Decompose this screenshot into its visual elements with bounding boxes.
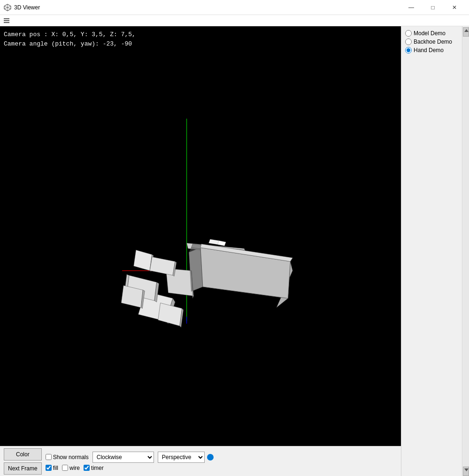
model-demo-label: Model Demo (414, 30, 446, 37)
fill-checkbox-item[interactable]: fill (46, 465, 58, 471)
app-icon (4, 4, 11, 11)
fill-label: fill (53, 465, 58, 471)
svg-marker-30 (150, 257, 175, 275)
svg-rect-5 (4, 20, 9, 21)
show-normals-checkbox-item[interactable]: Show normals (46, 454, 89, 461)
scrollbar-down-arrow[interactable] (463, 467, 469, 476)
controls-right: Show normals Clockwise Counter-Clockwise… (46, 452, 212, 471)
wire-checkbox[interactable] (62, 465, 68, 471)
scrollbar-area (462, 26, 469, 476)
backhoe-demo-label: Backhoe Demo (414, 38, 452, 45)
wire-label: wire (69, 465, 80, 471)
svg-marker-25 (217, 241, 226, 246)
title-bar-controls: — □ ✕ (400, 0, 465, 15)
model-demo-radio[interactable] (405, 30, 412, 37)
svg-marker-23 (158, 303, 182, 326)
slider-thumb[interactable] (207, 454, 214, 461)
window-title: 3D Viewer (14, 4, 40, 11)
maximize-button[interactable]: □ (422, 0, 444, 15)
backhoe-demo-radio[interactable] (405, 38, 412, 45)
menu-bar (0, 15, 469, 26)
minimize-button[interactable]: — (400, 0, 422, 15)
clockwise-select[interactable]: Clockwise Counter-Clockwise (92, 452, 154, 463)
hand-demo-radio[interactable] (405, 47, 412, 54)
title-bar-left: 3D Viewer (4, 4, 40, 11)
scrollbar-track (463, 37, 469, 467)
timer-checkbox-item[interactable]: timer (84, 465, 104, 471)
timer-label: timer (91, 465, 104, 471)
svg-rect-4 (4, 18, 9, 19)
svg-marker-34 (209, 239, 219, 245)
wire-checkbox-item[interactable]: wire (62, 465, 80, 471)
timer-checkbox[interactable] (84, 465, 90, 471)
main-content: Camera pos : X: 0,5, Y: 3,5, Z: 7,5, Cam… (0, 26, 469, 476)
radio-hand-demo[interactable]: Hand Demo (405, 47, 458, 54)
perspective-select[interactable]: Perspective Orthographic (158, 452, 205, 463)
fill-checkbox[interactable] (46, 465, 52, 471)
viewport[interactable]: Camera pos : X: 0,5, Y: 3,5, Z: 7,5, Cam… (0, 26, 401, 446)
svg-marker-36 (464, 468, 469, 471)
top-controls-row: Show normals Clockwise Counter-Clockwise… (46, 452, 212, 463)
sidebar: Model Demo Backhoe Demo Hand Demo (401, 26, 462, 476)
left-controls: Color Next Frame (4, 448, 42, 475)
hand-demo-label: Hand Demo (414, 47, 444, 54)
radio-model-demo[interactable]: Model Demo (405, 30, 458, 37)
next-frame-button[interactable]: Next Frame (4, 462, 42, 475)
svg-marker-35 (464, 29, 469, 32)
bottom-controls: Color Next Frame Show normals Clockwise … (0, 446, 401, 476)
viewport-container: Camera pos : X: 0,5, Y: 3,5, Z: 7,5, Cam… (0, 26, 401, 476)
show-normals-label: Show normals (53, 454, 89, 461)
svg-rect-6 (4, 22, 9, 23)
bottom-controls-row: fill wire timer (46, 465, 212, 471)
radio-backhoe-demo[interactable]: Backhoe Demo (405, 38, 458, 45)
slider-container (208, 456, 212, 458)
scrollbar-up-arrow[interactable] (463, 27, 469, 37)
show-normals-checkbox[interactable] (46, 454, 52, 460)
svg-marker-20 (134, 250, 152, 270)
toolbar-icon (2, 16, 11, 25)
svg-marker-28 (200, 248, 290, 299)
close-button[interactable]: ✕ (444, 0, 465, 15)
title-bar: 3D Viewer — □ ✕ (0, 0, 469, 15)
color-button[interactable]: Color (4, 448, 42, 461)
scene-render (0, 26, 401, 446)
